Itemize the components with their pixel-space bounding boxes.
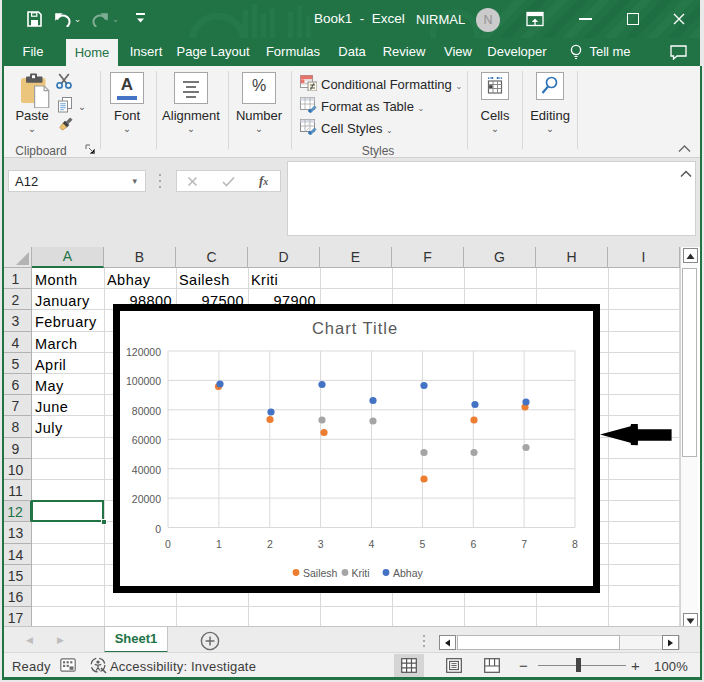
svg-text:5: 5 [419, 538, 425, 550]
svg-text:2: 2 [267, 538, 273, 550]
svg-text:3: 3 [318, 538, 324, 550]
svg-text:6: 6 [470, 538, 476, 550]
svg-text:4: 4 [369, 538, 375, 550]
svg-text:8: 8 [572, 538, 578, 550]
svg-text:120000: 120000 [126, 346, 161, 358]
svg-text:100000: 100000 [126, 375, 161, 387]
svg-text:1: 1 [216, 538, 222, 550]
svg-text:60000: 60000 [132, 434, 161, 446]
svg-text:Kriti: Kriti [352, 567, 370, 579]
svg-text:0: 0 [155, 523, 161, 535]
svg-text:Sailesh: Sailesh [303, 567, 338, 579]
svg-text:Chart Title: Chart Title [312, 319, 398, 337]
svg-text:Abhay: Abhay [393, 567, 424, 579]
svg-text:0: 0 [165, 538, 171, 550]
svg-text:40000: 40000 [132, 464, 161, 476]
svg-text:20000: 20000 [132, 493, 161, 505]
svg-text:80000: 80000 [132, 405, 161, 417]
svg-text:7: 7 [521, 538, 527, 550]
